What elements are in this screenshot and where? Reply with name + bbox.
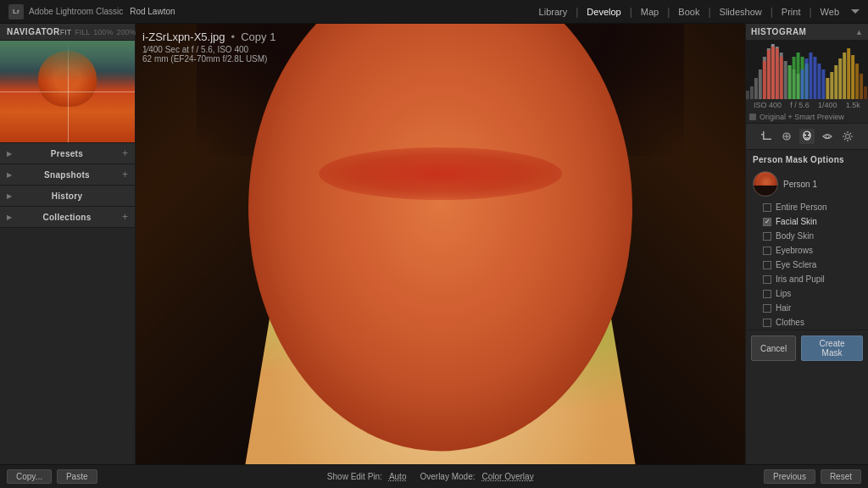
left-panel: Navigator FIT FILL 100% 200% ▶ Presets xyxy=(0,24,136,464)
svg-rect-0 xyxy=(746,91,749,99)
mask-option-eye-sclera[interactable]: Eye Sclera xyxy=(746,258,868,272)
svg-rect-30 xyxy=(830,72,833,99)
mask-option-entire-person[interactable]: Entire Person xyxy=(746,200,868,214)
mask-option-hair[interactable]: Hair xyxy=(746,301,868,315)
nav-map[interactable]: Map xyxy=(636,5,664,19)
cancel-mask-button[interactable]: Cancel xyxy=(751,336,796,361)
history-header[interactable]: ▶ History + xyxy=(0,186,135,206)
copy-button[interactable]: Copy... xyxy=(7,469,52,484)
navigator-title: Navigator xyxy=(7,27,60,36)
fstop-stat: f / 5.6 xyxy=(790,101,810,109)
bottom-bar: Copy... Paste Show Edit Pin: Auto Overla… xyxy=(0,464,868,488)
previous-button[interactable]: Previous xyxy=(764,469,815,484)
main-layout: Navigator FIT FILL 100% 200% ▶ Presets xyxy=(0,24,868,464)
mask-option-body-skin[interactable]: Body Skin xyxy=(746,229,868,243)
mask-option-label-lips: Lips xyxy=(776,289,791,298)
navigator-controls: FIT FILL 100% 200% xyxy=(60,28,136,36)
nav-develop[interactable]: Develop xyxy=(581,5,626,19)
tool-redeye[interactable] xyxy=(820,129,835,144)
checkbox-iris-pupil xyxy=(763,275,771,284)
nav-slideshow[interactable]: Slideshow xyxy=(715,5,767,19)
person-avatar[interactable] xyxy=(753,171,778,197)
svg-rect-27 xyxy=(817,64,821,99)
reset-button[interactable]: Reset xyxy=(821,469,861,484)
overlay-mode-value[interactable]: Color Overlay xyxy=(482,472,534,481)
nav-zoom1-btn[interactable]: 100% xyxy=(93,28,113,36)
svg-rect-9 xyxy=(784,61,787,99)
create-mask-button[interactable]: Create Mask xyxy=(801,336,863,361)
nav-zoom2-btn[interactable]: 200% xyxy=(116,28,136,36)
nav-crosshair-v xyxy=(68,41,69,142)
mask-option-label-eye-sclera: Eye Sclera xyxy=(776,260,816,269)
tool-heal[interactable] xyxy=(779,129,794,144)
nav-fit-btn[interactable]: FIT xyxy=(60,28,72,36)
panel-section-snapshots: ▶ Snapshots + xyxy=(0,164,135,186)
nav-fill-btn[interactable]: FILL xyxy=(75,28,90,36)
svg-point-47 xyxy=(804,135,806,136)
collections-header[interactable]: ▶ Collections + xyxy=(0,207,135,227)
nav-web[interactable]: Web xyxy=(815,5,844,19)
svg-rect-19 xyxy=(793,57,796,99)
histogram-mode: Original + Smart Preview xyxy=(746,111,868,123)
tool-mask[interactable] xyxy=(799,129,815,144)
person-label: Person 1 xyxy=(783,180,817,189)
show-edit-value[interactable]: Auto xyxy=(389,472,407,481)
checkbox-entire-person xyxy=(763,203,771,212)
histogram-title: Histogram xyxy=(751,27,806,36)
mask-option-eyebrows[interactable]: Eyebrows xyxy=(746,243,868,258)
nav-book[interactable]: Book xyxy=(673,5,704,19)
mm-stat: 1.5k xyxy=(846,101,860,109)
svg-rect-23 xyxy=(801,69,804,99)
svg-rect-32 xyxy=(838,58,842,99)
bottom-right: Previous Reset xyxy=(764,469,861,484)
svg-rect-25 xyxy=(809,53,812,99)
paste-button[interactable]: Paste xyxy=(57,469,97,484)
svg-rect-16 xyxy=(776,48,779,99)
nav-library[interactable]: Library xyxy=(534,5,573,19)
navigator-header[interactable]: Navigator FIT FILL 100% 200% xyxy=(0,24,135,41)
tool-crop[interactable] xyxy=(759,129,774,144)
nav-print[interactable]: Print xyxy=(776,5,806,19)
panel-section-collections: ▶ Collections + xyxy=(0,207,135,228)
mask-option-iris-pupil[interactable]: Iris and Pupil xyxy=(746,272,868,286)
histogram-header[interactable]: Histogram ▲ xyxy=(746,24,868,40)
svg-rect-37 xyxy=(860,74,863,99)
presets-arrow-icon: ▶ xyxy=(7,150,12,158)
panel-section-presets: ▶ Presets + xyxy=(0,143,135,164)
mask-options-list: Entire Person✓Facial SkinBody SkinEyebro… xyxy=(746,200,868,330)
mask-option-label-eyebrows: Eyebrows xyxy=(776,246,813,255)
mask-options-title: Person Mask Options xyxy=(746,150,868,168)
presets-header[interactable]: ▶ Presets + xyxy=(0,143,135,164)
svg-rect-38 xyxy=(864,86,867,99)
navigator-thumbnail[interactable] xyxy=(0,41,135,142)
mask-option-lips[interactable]: Lips xyxy=(746,286,868,301)
svg-rect-36 xyxy=(855,64,859,99)
navigator-section: Navigator FIT FILL 100% 200% xyxy=(0,24,135,143)
histogram-stats: ISO 400 f / 5.6 1/400 1.5k xyxy=(746,99,868,111)
svg-point-50 xyxy=(846,135,850,139)
checkbox-hair xyxy=(763,304,771,313)
mask-section: Person Mask Options Person 1 Entire Pers… xyxy=(746,150,868,464)
svg-rect-41 xyxy=(761,134,763,136)
checkbox-clothes xyxy=(763,319,771,327)
snapshots-title: Snapshots xyxy=(44,170,90,180)
mask-buttons: Cancel Create Mask xyxy=(746,330,868,366)
snapshots-add-icon[interactable]: + xyxy=(122,169,128,180)
svg-rect-24 xyxy=(805,58,809,99)
photo-meta1: 1⁄400 Sec at f / 5.6, ISO 400 xyxy=(142,45,275,54)
snapshots-header[interactable]: ▶ Snapshots + xyxy=(0,164,135,185)
mask-option-clothes[interactable]: Clothes xyxy=(746,315,868,330)
histogram-expand-icon[interactable]: ▲ xyxy=(855,28,863,36)
mask-option-label-entire-person: Entire Person xyxy=(776,202,827,212)
mask-option-facial-skin[interactable]: ✓Facial Skin xyxy=(746,214,868,229)
histogram-area xyxy=(746,40,868,99)
collections-add-icon[interactable]: + xyxy=(122,211,128,223)
main-photo[interactable] xyxy=(136,24,745,464)
history-arrow-icon: ▶ xyxy=(7,192,12,200)
checkbox-eye-sclera xyxy=(763,261,771,269)
svg-rect-18 xyxy=(788,65,792,99)
svg-rect-39 xyxy=(763,131,765,139)
presets-add-icon[interactable]: + xyxy=(122,147,128,159)
tool-settings[interactable] xyxy=(840,129,855,144)
top-bar-left: Lr Adobe Lightroom Classic Rod Lawton xyxy=(8,4,175,19)
